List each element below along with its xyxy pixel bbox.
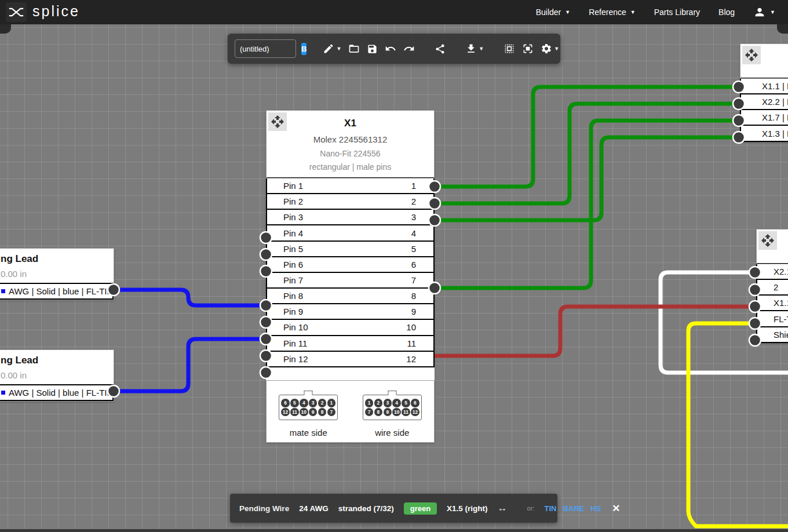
fit-view-button[interactable] bbox=[519, 38, 537, 59]
pin-row[interactable]: Pin 44 bbox=[266, 224, 435, 241]
open-button[interactable] bbox=[345, 38, 363, 59]
share-icon bbox=[435, 43, 446, 54]
net-row[interactable]: X1.1 | N/A bbox=[740, 78, 788, 94]
cavity-1: 1 bbox=[365, 399, 374, 407]
cavity-12: 12 bbox=[281, 408, 290, 417]
pin-dot[interactable] bbox=[108, 385, 119, 397]
pin-dot[interactable] bbox=[733, 98, 745, 110]
pin-dot[interactable] bbox=[749, 284, 761, 296]
nav-reference[interactable]: Reference▼ bbox=[589, 8, 636, 17]
pin-row[interactable]: Pin 1212 bbox=[266, 351, 435, 367]
settings-button[interactable]: ▼ bbox=[537, 38, 563, 59]
cavity-4: 4 bbox=[392, 399, 401, 407]
pin-row[interactable]: Pin 1111 bbox=[266, 335, 435, 352]
save-icon bbox=[367, 43, 378, 54]
lead-wire-row[interactable]: AWG | Solid | blue | FL-TIN bbox=[0, 384, 114, 401]
pin-dot[interactable] bbox=[260, 300, 272, 311]
nav-blog[interactable]: Blog bbox=[718, 8, 735, 17]
pin-row[interactable]: Pin 77 bbox=[266, 272, 435, 289]
nav-parts-library[interactable]: Parts Library bbox=[654, 8, 700, 17]
pin-row[interactable]: Pin 11 bbox=[266, 177, 435, 194]
harness-title-input[interactable] bbox=[235, 39, 296, 58]
net-row[interactable]: X1.7 | N/A bbox=[740, 109, 788, 126]
swap-side-icon[interactable]: ↔ bbox=[498, 502, 508, 514]
x1-header: X1 Molex 2245561312 Nano-Fit 224556 rect… bbox=[266, 110, 435, 178]
connector-key-tab bbox=[388, 391, 396, 395]
beta-badge[interactable]: B bbox=[301, 43, 307, 55]
net-row[interactable]: X1.3 | N/A bbox=[740, 125, 788, 141]
pin-row[interactable]: Pin 99 bbox=[266, 303, 435, 320]
pin-dot[interactable] bbox=[429, 181, 440, 192]
download-button[interactable]: ▼ bbox=[462, 38, 487, 59]
pending-wire-label: Pending Wire bbox=[239, 504, 289, 513]
net-row[interactable]: X2.2 | N/A bbox=[740, 93, 788, 110]
connector-series: Nano-Fit 224556 bbox=[267, 149, 434, 158]
cavity-4: 4 bbox=[300, 399, 308, 407]
share-button[interactable] bbox=[431, 38, 449, 59]
pencil-icon bbox=[323, 43, 334, 54]
termination-options: TIN BARE HS bbox=[544, 504, 601, 513]
select-all-button[interactable] bbox=[500, 38, 519, 59]
pin-dot[interactable] bbox=[108, 284, 119, 296]
undo-button[interactable] bbox=[381, 38, 400, 59]
wire-color-chip bbox=[1, 289, 5, 293]
flying-lead-block-1: ng Lead 0.00 in AWG | Solid | blue | FL-… bbox=[0, 248, 114, 300]
pin-row[interactable]: Pin 33 bbox=[266, 209, 435, 225]
cavity-1: 1 bbox=[327, 399, 336, 407]
splice-logo[interactable]: splice bbox=[0, 2, 80, 22]
nav-builder[interactable]: Builder▼ bbox=[536, 8, 571, 17]
pin-dot[interactable] bbox=[260, 316, 272, 328]
pin-row[interactable]: Pin 88 bbox=[266, 287, 435, 304]
pin-dot[interactable] bbox=[260, 367, 272, 378]
cavity-7: 7 bbox=[327, 408, 336, 417]
chevron-down-icon: ▼ bbox=[336, 46, 341, 52]
download-icon bbox=[465, 43, 477, 54]
wire-side-diagram: 123456789101112 bbox=[363, 395, 422, 420]
pin-dot[interactable] bbox=[733, 81, 745, 93]
pin-dot[interactable] bbox=[429, 282, 440, 294]
connector-name: X1 bbox=[267, 111, 434, 129]
connector-desc: rectangular | male pins bbox=[267, 162, 434, 172]
pin-dot[interactable] bbox=[749, 318, 761, 329]
pin-dot[interactable] bbox=[260, 249, 272, 260]
redo-button[interactable] bbox=[400, 38, 418, 59]
cavity-12: 12 bbox=[411, 408, 419, 417]
builder-toolbar: B ▼ ▼ bbox=[228, 34, 560, 64]
pin-dot[interactable] bbox=[749, 267, 761, 278]
account-menu[interactable]: ▼ bbox=[753, 6, 775, 19]
save-button[interactable] bbox=[363, 38, 381, 59]
pin-dot[interactable] bbox=[749, 301, 761, 312]
pin-dot[interactable] bbox=[260, 265, 272, 277]
option-bare[interactable]: BARE bbox=[563, 504, 584, 513]
or-label: or: bbox=[527, 505, 535, 512]
pin-dot[interactable] bbox=[429, 198, 440, 209]
pin-dot[interactable] bbox=[749, 334, 761, 346]
option-hs[interactable]: HS bbox=[590, 504, 601, 513]
pin-dot[interactable] bbox=[429, 214, 440, 226]
pin-dot[interactable] bbox=[260, 350, 272, 362]
lead-wire-row[interactable]: AWG | Solid | blue | FL-TIN bbox=[0, 283, 114, 300]
move-handle[interactable] bbox=[742, 46, 761, 64]
pin-dot[interactable] bbox=[733, 132, 745, 143]
redo-icon bbox=[403, 43, 415, 54]
close-icon[interactable]: ✕ bbox=[612, 502, 620, 515]
move-handle[interactable] bbox=[268, 112, 287, 131]
schematic-canvas[interactable]: B ▼ ▼ bbox=[0, 24, 788, 532]
pin-dot[interactable] bbox=[733, 115, 745, 126]
pin-row[interactable]: Pin 1010 bbox=[266, 319, 435, 336]
move-handle[interactable] bbox=[758, 231, 777, 250]
chevron-down-icon: ▼ bbox=[554, 46, 559, 52]
option-tin[interactable]: TIN bbox=[544, 504, 556, 513]
cavity-2: 2 bbox=[374, 399, 383, 407]
pin-dot[interactable] bbox=[260, 333, 272, 345]
mate-side-label: mate side bbox=[290, 428, 327, 438]
cavity-10: 10 bbox=[300, 408, 308, 417]
lead-title: ng Lead bbox=[0, 249, 114, 265]
pin-dot[interactable] bbox=[260, 232, 272, 243]
pin-row[interactable]: Pin 66 bbox=[266, 256, 435, 273]
pin-row[interactable]: Pin 22 bbox=[266, 193, 435, 210]
edit-button[interactable]: ▼ bbox=[319, 38, 345, 59]
pin-row[interactable]: Pin 55 bbox=[266, 241, 435, 257]
undo-icon bbox=[385, 43, 396, 54]
mate-side-diagram: 654321121110987 bbox=[279, 395, 338, 420]
